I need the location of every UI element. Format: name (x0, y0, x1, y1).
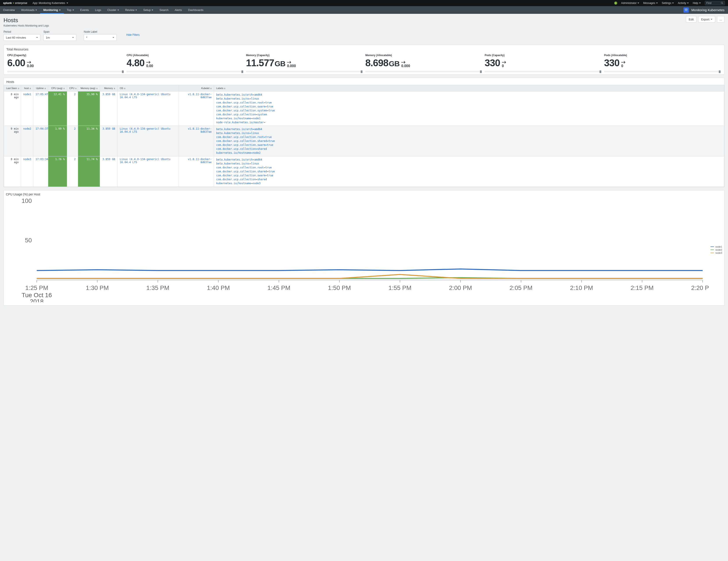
slider-knob[interactable] (241, 70, 243, 73)
stat-slider[interactable] (604, 71, 721, 72)
hide-filters-link[interactable]: Hide Filters (126, 33, 140, 38)
stat-slider[interactable] (246, 71, 363, 72)
cell-os[interactable]: Linux (4.4.0-134-generic) Ubuntu 16.04.4… (118, 91, 179, 126)
nav-item-review[interactable]: Review (122, 6, 140, 14)
col-header[interactable]: CPU (67, 85, 78, 91)
label-link[interactable]: beta.kubernetes.io/arch=amd64 (216, 158, 722, 162)
find-input[interactable]: Find (705, 1, 725, 5)
edit-button[interactable]: Edit (686, 16, 696, 23)
period-select[interactable]: Last 60 minutes (4, 34, 40, 41)
label-link[interactable]: kubernetes.io/hostname=node3 (216, 181, 722, 185)
cell-kubelet[interactable]: v1.8.11-docker-8d637ae (179, 156, 214, 187)
cell-cpu[interactable]: 2 (67, 91, 78, 126)
nav-item-search[interactable]: Search (156, 6, 171, 14)
menu-messages[interactable]: Messages (643, 2, 658, 5)
label-link[interactable]: com.docker.ucp.collection.system=true (216, 109, 722, 113)
cell-host[interactable]: node3 (21, 156, 33, 187)
cell-host[interactable]: node1 (21, 91, 33, 126)
col-header[interactable]: host (21, 85, 33, 91)
cell-uptime[interactable]: 17:03:34 (33, 156, 48, 187)
label-link[interactable]: com.docker.ucp.collection.root=true (216, 166, 722, 170)
cell-host[interactable]: node2 (21, 126, 33, 156)
series-node1[interactable] (37, 269, 703, 270)
node-label-select[interactable]: * (84, 34, 117, 41)
label-link[interactable]: beta.kubernetes.io/os=linux (216, 162, 722, 166)
cell-os[interactable]: Linux (4.4.0-134-generic) Ubuntu 16.04.4… (118, 156, 179, 187)
slider-knob[interactable] (122, 70, 124, 73)
col-header[interactable]: OS (118, 85, 179, 91)
menu-help[interactable]: Help (693, 2, 701, 5)
nav-item-monitoring[interactable]: Monitoring (40, 6, 64, 14)
nav-item-workloads[interactable]: Workloads (18, 6, 40, 14)
menu-activity[interactable]: Activity (678, 2, 689, 5)
nav-item-label: Review (125, 8, 135, 12)
label-link[interactable]: node-role.kubernetes.io/master= (216, 120, 722, 124)
nav-item-events[interactable]: Events (77, 6, 92, 14)
cell-memory[interactable]: 3.859 GB (100, 156, 118, 187)
stat-label: Memory (Capacity) (246, 54, 363, 57)
label-link[interactable]: com.docker.ucp.collection.shared=true (216, 170, 722, 173)
menu-administrator[interactable]: Administrator (621, 2, 639, 5)
slider-knob[interactable] (361, 70, 362, 73)
stat-slider[interactable] (7, 71, 124, 72)
col-header[interactable]: Uptime (33, 85, 48, 91)
cell-os[interactable]: Linux (4.4.0-134-generic) Ubuntu 16.04.4… (118, 126, 179, 156)
col-header[interactable]: CPU (avg) (48, 85, 67, 91)
label-link[interactable]: kubernetes.io/hostname=node2 (216, 151, 722, 155)
col-header[interactable]: Labels (214, 85, 724, 91)
label-link[interactable]: beta.kubernetes.io/arch=amd64 (216, 127, 722, 131)
cell-cpu[interactable]: 2 (67, 126, 78, 156)
cell-uptime[interactable]: 17:05:47 (33, 91, 48, 126)
cpu-chart-title: CPU Usage (%) per Host (6, 193, 722, 196)
label-link[interactable]: beta.kubernetes.io/os=linux (216, 131, 722, 135)
info-indicator[interactable]: i (614, 2, 617, 5)
col-header[interactable]: Memory (100, 85, 118, 91)
label-link[interactable]: com.docker.ucp.collection=shared (216, 177, 722, 181)
label-link[interactable]: com.docker.ucp.collection.shared=true (216, 139, 722, 143)
nav-item-alerts[interactable]: Alerts (171, 6, 185, 14)
slider-knob[interactable] (719, 70, 721, 73)
label-link[interactable]: beta.kubernetes.io/os=linux (216, 97, 722, 101)
nav-item-dashboards[interactable]: Dashboards (185, 6, 207, 14)
label-link[interactable]: com.docker.ucp.collection=shared (216, 147, 722, 151)
label-link[interactable]: com.docker.ucp.collection.root=true (216, 135, 722, 139)
more-button[interactable]: ... (717, 16, 724, 23)
cell-memory[interactable]: 3.859 GB (100, 126, 118, 156)
cell-uptime[interactable]: 17:04:37 (33, 126, 48, 156)
label-link[interactable]: com.docker.ucp.collection.swarm=true (216, 105, 722, 109)
nav-item-cluster[interactable]: Cluster (104, 6, 122, 14)
nav-item-logs[interactable]: Logs (92, 6, 104, 14)
stat-slider[interactable] (485, 71, 601, 72)
col-header[interactable]: Memory (avg) (78, 85, 100, 91)
slider-knob[interactable] (600, 70, 601, 73)
label-link[interactable]: com.docker.ucp.collection.root=true (216, 101, 722, 105)
slider-knob[interactable] (480, 70, 482, 73)
nav-item-overview[interactable]: Overview (0, 6, 18, 14)
cell-memory[interactable]: 3.859 GB (100, 91, 118, 126)
nav-item-top[interactable]: Top (64, 6, 77, 14)
cpu-chart[interactable]: 501001:25 PM1:30 PM1:35 PM1:40 PM1:45 PM… (6, 197, 709, 302)
menu-settings[interactable]: Settings (662, 2, 674, 5)
series-node3[interactable] (37, 275, 703, 279)
col-header[interactable]: Kubelet (179, 85, 214, 91)
label-link[interactable]: com.docker.ucp.collection=system (216, 113, 722, 116)
app-switcher[interactable]: App: Monitoring Kubernetes (32, 2, 68, 5)
export-button-label: Export (701, 18, 709, 21)
cell-cpu[interactable]: 2 (67, 156, 78, 187)
cell-kubelet[interactable]: v1.8.11-docker-8d637ae (179, 126, 214, 156)
label-link[interactable]: com.docker.ucp.collection.swarm=true (216, 173, 722, 177)
span-select[interactable]: 1m (43, 34, 76, 41)
stat-slider[interactable] (127, 71, 243, 72)
label-link[interactable]: beta.kubernetes.io/arch=amd64 (216, 93, 722, 97)
cell-kubelet[interactable]: v1.8.11-docker-8d637ae (179, 91, 214, 126)
nav-item-setup[interactable]: Setup (140, 6, 156, 14)
legend-item[interactable]: node1 (710, 245, 722, 248)
label-link[interactable]: com.docker.ucp.collection.swarm=true (216, 143, 722, 147)
label-link[interactable]: kubernetes.io/hostname=node1 (216, 116, 722, 120)
legend-item[interactable]: node3 (710, 252, 722, 254)
stat-slider[interactable] (365, 71, 482, 72)
sort-icon (224, 88, 225, 89)
export-button[interactable]: Export (698, 16, 715, 23)
col-header[interactable]: Last Seen (4, 85, 21, 91)
legend-item[interactable]: node2 (710, 248, 722, 251)
